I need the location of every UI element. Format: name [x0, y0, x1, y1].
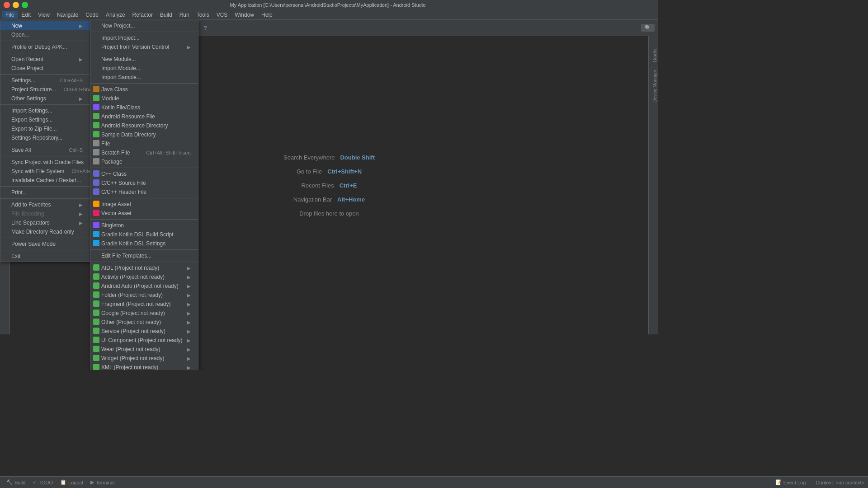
menu-file[interactable]: File	[2, 11, 18, 19]
file-new[interactable]: New ▶	[0, 21, 90, 30]
new-fragment[interactable]: Fragment (Project not ready) ▶	[90, 300, 198, 309]
new-wear[interactable]: Wear (Project not ready) ▶	[90, 345, 198, 354]
new-other[interactable]: Other (Project not ready) ▶	[90, 318, 198, 327]
menu-refactor[interactable]: Refactor	[129, 11, 156, 19]
menu-code[interactable]: Code	[82, 11, 102, 19]
sub-sep2	[90, 53, 198, 53]
sub-sep6	[90, 219, 198, 220]
minimize-button[interactable]	[13, 2, 19, 8]
new-android-auto[interactable]: Android Auto (Project not ready) ▶	[90, 282, 198, 291]
new-aidl[interactable]: AIDL (Project not ready) ▶	[90, 263, 198, 272]
file-settings-repo[interactable]: Settings Repository...	[0, 133, 90, 142]
menu-window[interactable]: Window	[231, 11, 258, 19]
file-sync-gradle[interactable]: Sync Project with Gradle Files	[0, 158, 90, 167]
sep7	[0, 186, 90, 187]
new-sample-data-dir[interactable]: Sample Data Directory	[90, 130, 198, 139]
new-cpp-header[interactable]: C/C++ Header File	[90, 188, 198, 197]
file-settings[interactable]: Settings... Ctrl+Alt+S	[0, 76, 90, 85]
new-kotlin-file[interactable]: Kotlin File/Class	[90, 103, 198, 112]
title-bar: My Application [C:\Users\personal\Androi…	[0, 0, 658, 10]
file-export-zip[interactable]: Export to Zip File...	[0, 124, 90, 133]
new-singleton[interactable]: Singleton	[90, 221, 198, 230]
file-menu-dropdown: New ▶ Open... Profile or Debug APK... Op…	[0, 20, 90, 262]
new-module[interactable]: New Module...	[90, 55, 198, 64]
file-save-all[interactable]: Save All Ctrl+S	[0, 145, 90, 155]
window-title: My Application [C:\Users\personal\Androi…	[28, 2, 627, 8]
file-import-settings[interactable]: Import Settings...	[0, 106, 90, 115]
sep2	[0, 53, 90, 53]
menu-navigate[interactable]: Navigate	[53, 11, 82, 19]
new-activity[interactable]: Activity (Project not ready) ▶	[90, 272, 198, 282]
file-line-sep[interactable]: Line Separators ▶	[0, 218, 90, 227]
right-vertical-panel: Gradle Device Manager	[651, 45, 658, 106]
menu-build[interactable]: Build	[156, 11, 176, 19]
new-android-resource-file[interactable]: Android Resource File	[90, 112, 198, 121]
device-manager-label[interactable]: Device Manager	[651, 66, 658, 106]
file-add-favorites[interactable]: Add to Favorites ▶	[0, 200, 90, 209]
import-project[interactable]: Import Project...	[90, 33, 198, 42]
menu-bar: File Edit View Navigate Code Analyze Ref…	[0, 10, 658, 20]
import-sample[interactable]: Import Sample...	[90, 73, 198, 82]
file-sync-fs[interactable]: Sync with File System Ctrl+Alt+Y	[0, 167, 90, 176]
menu-help[interactable]: Help	[258, 11, 276, 19]
file-open-recent[interactable]: Open Recent ▶	[0, 55, 90, 64]
navigation-bar-shortcut: Alt+Home	[337, 196, 365, 203]
sep8	[0, 198, 90, 199]
file-export-settings[interactable]: Export Settings...	[0, 115, 90, 124]
file-open[interactable]: Open...	[0, 30, 90, 39]
new-gradle-settings[interactable]: Gradle Kotlin DSL Settings	[90, 239, 198, 248]
new-service[interactable]: Service (Project not ready) ▶	[90, 327, 198, 336]
menu-run[interactable]: Run	[176, 11, 193, 19]
new-cpp-class[interactable]: C++ Class	[90, 169, 198, 178]
file-profile-debug[interactable]: Profile or Debug APK...	[0, 42, 90, 52]
new-widget[interactable]: Widget (Project not ready) ▶	[90, 354, 198, 363]
new-google[interactable]: Google (Project not ready) ▶	[90, 309, 198, 318]
search-everywhere[interactable]: 🔍	[641, 24, 655, 32]
project-from-vcs[interactable]: Project from Version Control ▶	[90, 42, 198, 52]
go-to-file-item: Go to File Ctrl+Shift+N	[297, 168, 362, 175]
recent-files-label: Recent Files	[302, 182, 334, 189]
toolbar-help[interactable]: ?	[200, 23, 210, 33]
new-xml[interactable]: XML (Project not ready) ▶	[90, 363, 198, 370]
file-power-save[interactable]: Power Save Mode	[0, 239, 90, 249]
file-exit[interactable]: Exit	[0, 252, 90, 261]
menu-analyze[interactable]: Analyze	[102, 11, 129, 19]
edit-file-templates[interactable]: Edit File Templates...	[90, 251, 198, 260]
file-other-settings[interactable]: Other Settings ▶	[0, 94, 90, 103]
go-to-file-shortcut: Ctrl+Shift+N	[327, 168, 362, 175]
file-print[interactable]: Print...	[0, 188, 90, 197]
file-invalidate[interactable]: Invalidate Caches / Restart...	[0, 176, 90, 185]
drop-files-label: Drop files here to open	[299, 210, 359, 217]
new-package[interactable]: Package	[90, 157, 198, 166]
new-project[interactable]: New Project...	[90, 21, 198, 30]
file-project-structure[interactable]: Project Structure... Ctrl+Alt+Shift+S	[0, 85, 90, 94]
file-make-readonly[interactable]: Make Directory Read-only	[0, 227, 90, 236]
menu-edit[interactable]: Edit	[18, 11, 34, 19]
new-cpp-source[interactable]: C/C++ Source File	[90, 178, 198, 188]
file-encoding[interactable]: File Encoding ▶	[0, 209, 90, 218]
sep4	[0, 104, 90, 105]
menu-tools[interactable]: Tools	[193, 11, 213, 19]
new-ui-component[interactable]: UI Component (Project not ready) ▶	[90, 336, 198, 345]
sep6	[0, 156, 90, 156]
menu-view[interactable]: View	[34, 11, 53, 19]
file-close-project[interactable]: Close Project	[0, 64, 90, 73]
new-module-item[interactable]: Module	[90, 94, 198, 103]
close-button[interactable]	[4, 2, 10, 8]
new-file[interactable]: File	[90, 139, 198, 148]
gradle-label[interactable]: Gradle	[651, 45, 658, 66]
new-vector-asset[interactable]: Vector Asset	[90, 209, 198, 218]
search-everywhere-item: Search Everywhere Double Shift	[283, 154, 375, 161]
new-gradle-build[interactable]: Gradle Kotlin DSL Build Script	[90, 230, 198, 239]
drop-files-item: Drop files here to open	[299, 210, 359, 217]
new-java-class[interactable]: Java Class	[90, 85, 198, 94]
maximize-button[interactable]	[22, 2, 28, 8]
new-image-asset[interactable]: Image Asset	[90, 200, 198, 209]
import-module[interactable]: Import Module...	[90, 64, 198, 73]
recent-files-item: Recent Files Ctrl+E	[302, 182, 357, 189]
menu-vcs[interactable]: VCS	[213, 11, 231, 19]
new-android-resource-dir[interactable]: Android Resource Directory	[90, 121, 198, 130]
new-folder[interactable]: Folder (Project not ready) ▶	[90, 291, 198, 300]
sep5	[0, 144, 90, 144]
new-scratch-file[interactable]: Scratch File Ctrl+Alt+Shift+Insert	[90, 148, 198, 157]
